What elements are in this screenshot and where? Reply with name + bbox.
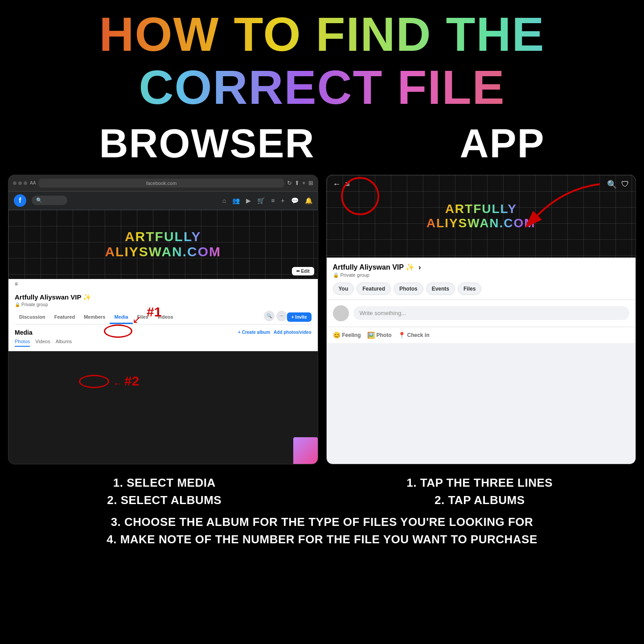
browser-tab-featured[interactable]: Featured bbox=[50, 311, 79, 324]
app-shield-icon[interactable]: 🛡 bbox=[621, 180, 629, 189]
fb-nav-bar: f 🔍 ⌂👥▶🛒≡+💬🔔 bbox=[8, 192, 318, 210]
page-container: HOW TO FIND THE CORRECT FILE BROWSER APP… bbox=[0, 0, 644, 644]
browser-subtab-videos[interactable]: Videos bbox=[35, 339, 50, 347]
browser-sub-tabs: Photos Videos Albums bbox=[15, 339, 312, 347]
browser-media-title: Media bbox=[15, 329, 33, 336]
browser-tabs-row: Discussion Featured Members Media Files … bbox=[15, 311, 312, 324]
browser-media-header: Media + Create album Add photos/video bbox=[15, 329, 312, 336]
app-cover-title: ARTFULLYALIYSWAN.COM bbox=[427, 202, 536, 230]
app-group-info: Artfully Aliyswan VIP ✨ › 🔒 Private grou… bbox=[327, 258, 636, 278]
browser-tab-media[interactable]: Media bbox=[110, 311, 132, 324]
browser-group-name: Artfully Aliyswan VIP ✨ bbox=[15, 293, 312, 301]
app-group-privacy: 🔒 Private group bbox=[333, 272, 630, 278]
app-action-photo[interactable]: 🖼️ Photo bbox=[367, 332, 392, 339]
app-tab-photos[interactable]: Photos bbox=[394, 283, 423, 295]
browser-instructions: 1. SELECT MEDIA 2. SELECT ALBUMS bbox=[13, 474, 316, 509]
app-action-feeling[interactable]: 😊 Feeling bbox=[333, 332, 361, 339]
app-write-post: Write something... bbox=[327, 300, 636, 327]
browser-group-info: Artfully Aliyswan VIP ✨ 🔒 Private group … bbox=[8, 289, 318, 324]
screenshots-row: AA facebook.com ↻⬆+⊞ f 🔍 ⌂👥▶🛒≡+💬🔔 ARTFUL… bbox=[0, 175, 644, 464]
app-tab-you[interactable]: You bbox=[333, 283, 354, 295]
browser-create-album[interactable]: + Create album bbox=[238, 330, 270, 335]
browser-url-bar: facebook.com bbox=[38, 179, 284, 188]
browser-tab-members[interactable]: Members bbox=[79, 311, 110, 324]
app-step-2: 2. TAP ALBUMS bbox=[329, 492, 631, 509]
app-nav-back[interactable]: ← bbox=[333, 180, 341, 189]
combined-step-3: 3. CHOOSE THE ALBUM FOR THE TYPE OF FILE… bbox=[9, 513, 635, 531]
browser-dots bbox=[13, 181, 27, 185]
browser-tab-more[interactable]: ··· bbox=[276, 311, 287, 321]
combined-instructions: 3. CHOOSE THE ALBUM FOR THE TYPE OF FILE… bbox=[0, 513, 644, 548]
browser-media-actions: + Create album Add photos/video bbox=[238, 330, 311, 335]
browser-edit-btn[interactable]: ✏ Edit bbox=[292, 267, 314, 275]
app-tab-events[interactable]: Events bbox=[426, 283, 455, 295]
annotation-label-2: #2 bbox=[124, 373, 139, 389]
app-post-actions: 😊 Feeling 🖼️ Photo 📍 Check in bbox=[327, 327, 636, 343]
browser-add-photos[interactable]: Add photos/video bbox=[274, 330, 311, 335]
browser-subtab-albums[interactable]: Albums bbox=[56, 339, 72, 347]
annotation-circle-albums bbox=[79, 375, 109, 388]
combined-step-4: 4. MAKE NOTE OF THE NUMBER FOR THE FILE … bbox=[9, 531, 635, 548]
browser-tab-search[interactable]: 🔍 bbox=[264, 311, 275, 321]
browser-media-section: Media + Create album Add photos/video Ph… bbox=[8, 324, 318, 351]
browser-tab-videos[interactable]: Videos bbox=[153, 311, 178, 324]
app-nav-menu[interactable]: ≡ bbox=[345, 180, 350, 189]
browser-group-privacy: 🔒 Private group bbox=[15, 302, 312, 307]
fb-logo: f bbox=[14, 194, 26, 207]
app-top-nav: ← ≡ 🔍 🛡 bbox=[327, 175, 636, 194]
bottom-instructions: 1. SELECT MEDIA 2. SELECT ALBUMS 1. TAP … bbox=[0, 464, 644, 513]
app-tabs-row: You Featured Photos Events Files bbox=[327, 278, 636, 300]
section-labels: BROWSER APP bbox=[0, 116, 644, 175]
browser-media-thumb bbox=[293, 437, 318, 464]
browser-cover: ARTFULLYALIYSWAN.COM ✏ Edit bbox=[8, 210, 318, 279]
browser-subtab-photos[interactable]: Photos bbox=[15, 339, 30, 347]
browser-icons: ↻⬆+⊞ bbox=[287, 180, 313, 186]
app-group-name: Artfully Aliyswan VIP ✨ › bbox=[333, 263, 630, 271]
browser-cover-title: ARTFULLYALIYSWAN.COM bbox=[105, 229, 221, 260]
browser-tab-discussion[interactable]: Discussion bbox=[15, 311, 50, 324]
app-nav-right: 🔍 🛡 bbox=[607, 180, 629, 189]
checkin-icon: 📍 bbox=[398, 332, 406, 339]
app-avatar bbox=[333, 305, 349, 321]
fb-search-bar[interactable]: 🔍 bbox=[32, 196, 67, 205]
browser-aa-label: AA bbox=[30, 180, 36, 185]
browser-tab-files[interactable]: Files bbox=[133, 311, 153, 324]
app-tab-featured[interactable]: Featured bbox=[357, 283, 391, 295]
browser-top-bar: AA facebook.com ↻⬆+⊞ bbox=[8, 175, 318, 192]
photo-icon: 🖼️ bbox=[367, 332, 375, 339]
app-action-checkin[interactable]: 📍 Check in bbox=[398, 332, 430, 339]
app-cover: ARTFULLYALIYSWAN.COM ← ≡ 🔍 🛡 bbox=[327, 175, 636, 258]
app-write-input[interactable]: Write something... bbox=[353, 306, 630, 320]
app-instructions: 1. TAP THE THREE LINES 2. TAP ALBUMS bbox=[329, 474, 631, 509]
browser-step-1: 1. SELECT MEDIA bbox=[13, 474, 316, 492]
browser-screenshot: AA facebook.com ↻⬆+⊞ f 🔍 ⌂👥▶🛒≡+💬🔔 ARTFUL… bbox=[8, 175, 318, 464]
feeling-icon: 😊 bbox=[333, 332, 340, 339]
annotation-arrow-2: ← bbox=[113, 378, 123, 390]
fb-nav-icons: ⌂👥▶🛒≡+💬🔔 bbox=[222, 197, 312, 204]
main-title-area: HOW TO FIND THE CORRECT FILE bbox=[0, 0, 644, 116]
browser-invite-btn[interactable]: + Invite bbox=[287, 312, 312, 322]
browser-step-2: 2. SELECT ALBUMS bbox=[13, 492, 316, 509]
app-tab-files[interactable]: Files bbox=[458, 283, 481, 295]
main-title-text: HOW TO FIND THE CORRECT FILE bbox=[99, 7, 545, 114]
browser-label: BROWSER bbox=[99, 121, 315, 167]
app-label: APP bbox=[459, 121, 545, 167]
app-screenshot: ARTFULLYALIYSWAN.COM ← ≡ 🔍 🛡 bbox=[326, 175, 636, 464]
app-search-icon[interactable]: 🔍 bbox=[607, 180, 617, 189]
app-step-1: 1. TAP THE THREE LINES bbox=[329, 474, 631, 492]
